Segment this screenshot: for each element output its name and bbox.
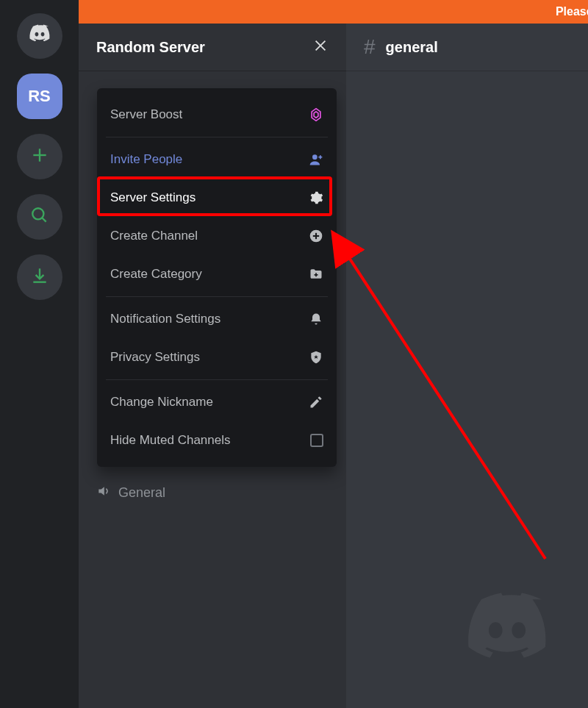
plus-icon [30, 146, 49, 168]
voice-channel-general[interactable]: General [96, 484, 165, 502]
pencil-icon [309, 395, 323, 410]
boost-icon [309, 107, 323, 122]
search-icon [30, 206, 49, 228]
download-apps-button[interactable] [17, 254, 62, 300]
menu-invite-people[interactable]: Invite People [97, 140, 337, 179]
svg-line-3 [42, 218, 46, 221]
close-icon[interactable] [312, 37, 329, 57]
menu-label: Server Settings [110, 190, 196, 205]
server-random-server[interactable]: RS [17, 74, 62, 119]
menu-label: Server Boost [110, 107, 182, 122]
menu-label: Create Category [110, 267, 202, 282]
menu-separator [106, 379, 328, 380]
menu-server-boost[interactable]: Server Boost [97, 96, 337, 134]
notice-banner[interactable]: Please c [79, 0, 588, 24]
gear-icon [309, 190, 323, 205]
server-rail: RS [0, 0, 79, 708]
hash-icon: # [364, 35, 376, 59]
menu-create-category[interactable]: Create Category [97, 255, 337, 293]
server-dropdown-menu: Server Boost Invite People Server Settin… [97, 88, 337, 467]
server-header[interactable]: Random Server [79, 24, 346, 71]
svg-point-2 [32, 208, 43, 219]
explore-servers-button[interactable] [17, 194, 62, 240]
bell-icon [309, 312, 323, 326]
menu-label: Create Channel [110, 229, 198, 243]
discord-icon [26, 21, 53, 51]
menu-privacy-settings[interactable]: Privacy Settings [97, 338, 337, 376]
menu-change-nickname[interactable]: Change Nickname [97, 383, 337, 421]
menu-notification-settings[interactable]: Notification Settings [97, 300, 337, 338]
svg-marker-8 [312, 109, 320, 121]
server-name: Random Server [96, 39, 205, 56]
menu-label: Privacy Settings [110, 350, 200, 365]
folder-plus-icon [309, 267, 323, 282]
menu-label: Notification Settings [110, 312, 220, 326]
svg-point-10 [312, 154, 318, 160]
download-icon [30, 266, 49, 288]
channel-name: general [386, 39, 438, 56]
home-button[interactable] [17, 13, 62, 59]
chat-area: # general [346, 24, 588, 708]
empty-state-illustration [441, 580, 573, 686]
menu-label: Change Nickname [110, 395, 213, 410]
menu-separator [106, 137, 328, 137]
plus-circle-icon [309, 229, 323, 243]
menu-server-settings[interactable]: Server Settings [97, 179, 337, 217]
person-plus-icon [309, 152, 323, 167]
voice-channel-name: General [118, 485, 165, 501]
server-initials: RS [28, 87, 51, 106]
menu-create-channel[interactable]: Create Channel [97, 217, 337, 255]
shield-icon [309, 350, 323, 365]
chat-header: # general [346, 24, 588, 71]
checkbox-icon[interactable] [310, 434, 323, 447]
menu-label: Invite People [110, 152, 182, 167]
svg-marker-9 [314, 112, 318, 118]
menu-label: Hide Muted Channels [110, 433, 230, 448]
speaker-icon [96, 484, 111, 502]
add-server-button[interactable] [17, 134, 62, 179]
menu-hide-muted-channels[interactable]: Hide Muted Channels [97, 421, 337, 460]
menu-separator [106, 296, 328, 297]
notice-text: Please c [556, 0, 588, 24]
